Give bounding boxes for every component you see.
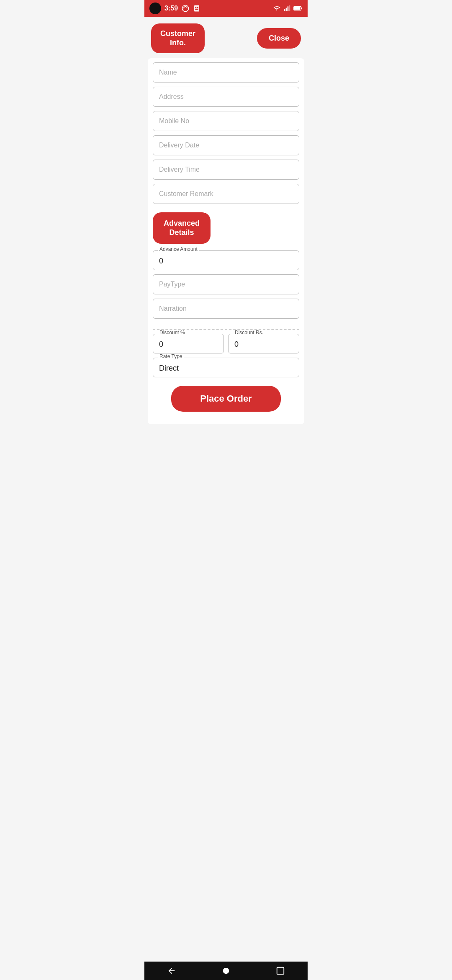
address-input[interactable] [153, 87, 299, 107]
advance-amount-input[interactable] [153, 250, 299, 270]
close-button[interactable]: Close [257, 28, 301, 49]
rate-type-label: Rate Type [158, 353, 184, 359]
status-bar: 3:59 [144, 0, 308, 17]
delivery-date-input[interactable] [153, 135, 299, 155]
notification-icon [181, 4, 190, 13]
delivery-time-input[interactable] [153, 160, 299, 180]
discount-row: Discount % Discount Rs. [153, 334, 299, 353]
signal-icon [283, 5, 291, 12]
status-time: 3:59 [164, 5, 178, 12]
camera-notch [149, 3, 161, 14]
svg-rect-9 [301, 8, 302, 10]
place-order-button[interactable]: Place Order [171, 386, 281, 412]
svg-rect-2 [197, 7, 198, 8]
advance-amount-label: Advance Amount [158, 246, 199, 252]
customer-remark-input[interactable] [153, 184, 299, 204]
advanced-btn-line2: Details [170, 228, 194, 237]
svg-rect-1 [195, 7, 196, 8]
status-bar-left: 3:59 [149, 3, 200, 14]
form-container: Advanced Details Advance Amount Discount… [148, 58, 304, 424]
discount-percent-wrapper: Discount % [153, 334, 224, 353]
svg-rect-3 [195, 9, 198, 10]
header-title-line2: Info. [170, 39, 186, 47]
mobile-no-input[interactable] [153, 111, 299, 131]
svg-rect-0 [194, 5, 199, 12]
discount-percent-input[interactable] [153, 334, 224, 353]
svg-rect-4 [284, 9, 285, 11]
wifi-icon [272, 5, 281, 12]
header: Customer Info. Close [144, 17, 308, 58]
svg-rect-7 [289, 5, 290, 11]
advanced-btn-line1: Advanced [164, 219, 200, 227]
discount-rs-wrapper: Discount Rs. [228, 334, 299, 353]
sim-icon [193, 5, 200, 12]
rate-type-wrapper: Rate Type [153, 358, 299, 377]
discount-percent-label: Discount % [158, 330, 187, 335]
discount-rs-label: Discount Rs. [233, 330, 265, 335]
svg-rect-10 [294, 7, 300, 10]
narration-input[interactable] [153, 299, 299, 319]
discount-rs-input[interactable] [228, 334, 299, 353]
pay-type-input[interactable] [153, 274, 299, 294]
header-title-line1: Customer [160, 29, 195, 38]
svg-rect-6 [288, 6, 289, 11]
svg-rect-5 [286, 8, 287, 11]
advance-amount-wrapper: Advance Amount [153, 250, 299, 270]
name-input[interactable] [153, 62, 299, 83]
advanced-details-button[interactable]: Advanced Details [153, 212, 211, 244]
battery-icon [293, 5, 303, 11]
rate-type-input[interactable] [153, 358, 299, 377]
customer-info-button[interactable]: Customer Info. [151, 23, 205, 53]
status-bar-right [272, 5, 303, 12]
